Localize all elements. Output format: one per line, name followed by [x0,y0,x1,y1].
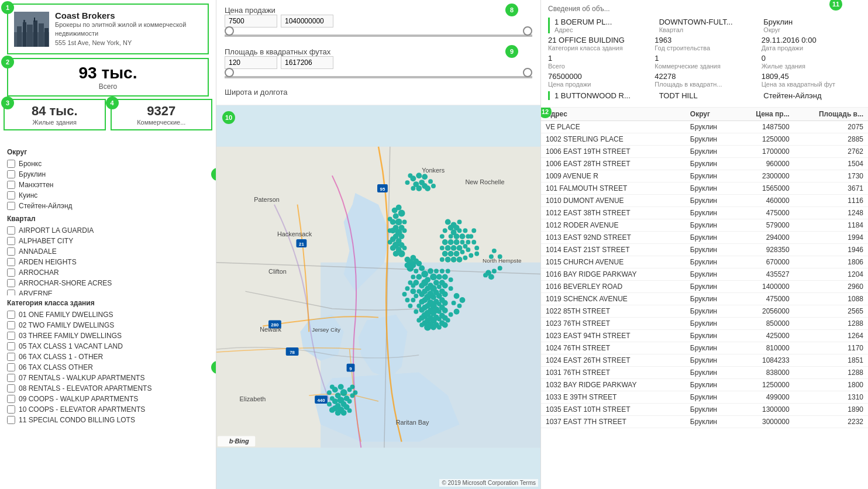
svg-rect-7 [44,28,49,47]
table-row[interactable]: 1006 EAST 28TH STREET Бруклин 960000 150… [541,158,868,170]
table-row[interactable]: 1006 EAST 19TH STREET Бруклин 1700000 27… [541,146,868,158]
bc-08[interactable]: 08 RENTALS - ELEVATOR APARTMENTS [7,383,209,394]
table-row[interactable]: 1033 E 39TH STREET Бруклин 499000 1310 [541,391,868,404]
price-range-slider[interactable] [225,30,532,42]
sqft-slider-right[interactable] [523,68,532,77]
bc-checkbox-01[interactable] [7,311,15,319]
bc-checkbox-02[interactable] [7,321,15,329]
sqft-range-slider[interactable] [225,71,532,83]
detail-grid-5: 1 BUTTONWOOD R... TODT HILL Стейтен-Айлэ… [554,91,861,100]
neighborhood-arrochar[interactable]: ARROCHAR [7,267,209,278]
bc-01[interactable]: 01 ONE FAMILY DWELLINGS [7,309,209,320]
district-checkbox-manhattan[interactable] [7,181,15,189]
bc-05[interactable]: 05 TAX CLASS 1 VACANT LAND [7,341,209,352]
price-min-input[interactable] [225,15,277,27]
bc-checkbox-08[interactable] [7,384,15,392]
map-container[interactable]: 10 [216,105,540,489]
table-row[interactable]: 1002 STERLING PLACE Бруклин 1250000 2885 [541,133,868,146]
svg-point-247 [498,266,502,271]
district-checkbox-brooklyn[interactable] [7,170,15,178]
neighborhood-airport[interactable]: AIRPORT LA GUARDIA [7,225,209,236]
table-row[interactable]: 1016 BEVERLEY ROAD Бруклин 1400000 2960 [541,281,868,293]
table-row[interactable]: 1037 EAST 7TH STREET Бруклин 3000000 223… [541,416,868,428]
sqft-slider-left[interactable] [225,68,234,77]
bc-10[interactable]: 10 COOPS - ELEVATOR APARTMENTS [7,404,209,415]
table-row[interactable]: 1024 76TH STREET Бруклин 810000 1170 [541,342,868,354]
district-item-bronx[interactable]: Бронкс [7,159,209,169]
table-row[interactable]: 1012 EAST 38TH STREET Бруклин 475000 124… [541,207,868,219]
detail-grid-3: 1 Всего 1 Коммерческие здания 0 Жилые зд… [548,54,861,70]
col-borough[interactable]: Округ [686,108,735,121]
table-row[interactable]: 1031 76TH STREET Бруклин 838000 1288 [541,367,868,379]
neighborhood-annadale[interactable]: ANNADALE [7,246,209,257]
bc-checkbox-05[interactable] [7,342,15,350]
bc-checkbox-06[interactable] [7,353,15,361]
bc-03[interactable]: 03 THREE FAMILY DWELLINGS [7,330,209,341]
neighborhood-alphabet[interactable]: ALPHABET CITY [7,236,209,246]
cell-sqft: 1310 [794,391,868,404]
svg-point-239 [329,407,335,413]
district-item-brooklyn[interactable]: Бруклин 5 [7,169,209,180]
badge-3: 3 [1,97,14,109]
table-row[interactable]: 1022 85TH STREET Бруклин 2056000 2565 [541,305,868,318]
price-slider-left[interactable] [225,26,234,36]
table-row[interactable]: 1032 BAY RIDGE PARKWAY Бруклин 1250000 1… [541,379,868,391]
col-address[interactable]: Адрес [541,108,686,121]
bc-checkbox-06-other[interactable] [7,363,15,371]
bc-02[interactable]: 02 TWO FAMILY DWELLINGS [7,320,209,330]
district-item-queens[interactable]: Куинс [7,190,209,201]
bc-checkbox-03[interactable] [7,332,15,340]
bc-09[interactable]: 09 COOPS - WALKUP APARTMENTS [7,394,209,404]
table-row[interactable]: 1023 EAST 94TH STREET Бруклин 425000 126… [541,330,868,342]
bc-06-other[interactable]: 06 TAX CLASS OTHER 7 [7,362,209,373]
table-row[interactable]: 1010 DUMONT AVENUE Бруклин 460000 1116 [541,195,868,207]
data-table-container[interactable]: Адрес Округ Цена пр... Площадь в... VE P… [541,108,868,489]
detail-grid-4: 76500000 Цена продажи 42278 Площадь в кв… [548,72,861,88]
table-row[interactable]: 1013 EAST 92ND STREET Бруклин 294000 199… [541,232,868,244]
price-slider-right[interactable] [523,26,532,36]
district-checkbox-bronx[interactable] [7,160,15,168]
bc-11[interactable]: 11 SPECIAL CONDO BILLING LOTS [7,415,209,425]
svg-point-250 [489,254,494,259]
neighborhood-checkbox-arden[interactable] [7,258,15,266]
neighborhood-checkbox-arverne[interactable] [7,290,15,295]
district-checkbox-queens[interactable] [7,191,15,199]
bc-checkbox-09[interactable] [7,395,15,403]
district-checkbox-staten[interactable] [7,202,15,210]
neighborhood-checkbox-alphabet[interactable] [7,237,15,245]
bc-checkbox-11[interactable] [7,416,15,424]
district-item-staten[interactable]: Стейтен-Айлэнд [7,201,209,211]
bc-07[interactable]: 07 RENTALS - WALKUP APARTMENTS [7,373,209,383]
table-row[interactable]: 1015 CHURCH AVENUE Бруклин 670000 1806 [541,256,868,268]
bc-06[interactable]: 06 TAX CLASS 1 - OTHER [7,352,209,362]
svg-point-206 [416,173,422,178]
detail-borough: Бруклин Округ [763,18,861,33]
district-item-manhattan[interactable]: Манхэттен [7,180,209,190]
table-row[interactable]: 1035 EAST 10TH STREET Бруклин 1300000 18… [541,404,868,416]
bc-checkbox-07[interactable] [7,374,15,382]
table-row[interactable]: 1009 AVENUE R Бруклин 2300000 1730 [541,170,868,182]
table-row[interactable]: VE PLACE Бруклин 1487500 2075 [541,121,868,133]
price-max-input[interactable] [281,15,333,27]
table-row[interactable]: 101 FALMOUTH STREET Бруклин 1565000 3671 [541,182,868,195]
table-row[interactable]: 1024 EAST 26TH STREET Бруклин 1084233 18… [541,354,868,367]
sqft-min-input[interactable] [225,56,277,69]
neighborhood-arverne[interactable]: ARVERNE [7,288,209,295]
table-row[interactable]: 1012 RODER AVENUE Бруклин 579000 1184 [541,219,868,232]
col-sqft[interactable]: Площадь в... [794,108,868,121]
detail-bc-value: 21 OFFICE BUILDING [548,36,647,44]
neighborhood-arden[interactable]: ARDEN HEIGHTS 6 [7,257,209,267]
neighborhood-checkbox-annadale[interactable] [7,247,15,256]
sqft-max-input[interactable] [281,56,333,69]
table-row[interactable]: 1014 EAST 21ST STREET Бруклин 928350 194… [541,244,868,256]
neighborhood-checkbox-arrochar-shore[interactable] [7,279,15,287]
svg-point-109 [408,304,412,308]
table-row[interactable]: 1023 76TH STREET Бруклин 850000 1288 [541,318,868,330]
col-price[interactable]: Цена пр... [735,108,794,121]
neighborhood-checkbox-arrochar[interactable] [7,268,15,277]
neighborhood-arrochar-shore[interactable]: ARROCHAR-SHORE ACRES [7,278,209,288]
table-row[interactable]: 1019 SCHENCK AVENUE Бруклин 475000 1088 [541,293,868,305]
neighborhood-checkbox-airport[interactable] [7,226,15,235]
bc-checkbox-10[interactable] [7,405,15,414]
table-row[interactable]: 1016 BAY RIDGE PARKWAY Бруклин 435527 12… [541,268,868,281]
